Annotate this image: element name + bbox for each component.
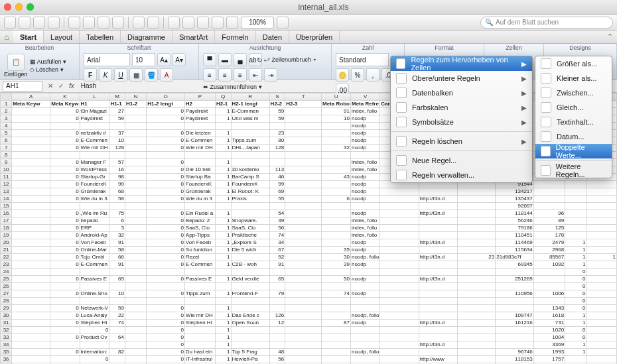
cell[interactable] xyxy=(12,174,50,181)
cell[interactable]: 46 xyxy=(269,174,285,181)
cell[interactable]: 1006 xyxy=(533,290,565,298)
fill-color-button[interactable]: 🪣 xyxy=(145,68,158,82)
cell[interactable]: 3369 xyxy=(533,341,565,349)
cell[interactable] xyxy=(457,283,496,290)
cell[interactable]: index, follo xyxy=(350,225,379,232)
column-header[interactable]: S xyxy=(269,93,285,101)
format-painter-button[interactable] xyxy=(112,17,124,29)
cell[interactable] xyxy=(125,152,146,159)
cell[interactable] xyxy=(285,108,322,115)
row-header[interactable]: 16 xyxy=(1,210,12,217)
cell[interactable]: 0 xyxy=(565,298,586,305)
cell[interactable] xyxy=(285,276,322,283)
cell[interactable]: 1 xyxy=(215,334,231,341)
cell[interactable]: 16 xyxy=(109,166,125,174)
row-header[interactable]: 10 xyxy=(1,166,12,174)
cell[interactable]: 0 xyxy=(80,356,109,363)
cell[interactable] xyxy=(285,334,322,341)
cell[interactable]: 135437 xyxy=(496,196,534,203)
cell[interactable] xyxy=(184,159,215,166)
cell[interactable]: H2-1 xyxy=(215,101,231,108)
cell[interactable]: 115634 xyxy=(496,247,534,254)
cell[interactable] xyxy=(419,283,457,290)
cell[interactable]: t3n Magazi xyxy=(80,108,109,115)
cell[interactable]: 0 xyxy=(50,174,80,181)
cell[interactable] xyxy=(125,261,146,269)
cell[interactable] xyxy=(12,320,50,327)
media-browser-button[interactable] xyxy=(212,17,224,29)
cf-menu-item[interactable]: Symbolsätze▶ xyxy=(391,115,532,129)
cell[interactable]: Manager F xyxy=(80,159,109,166)
italic-button[interactable]: K xyxy=(99,68,112,82)
cell[interactable] xyxy=(125,305,146,312)
cell[interactable] xyxy=(215,269,231,276)
cell[interactable] xyxy=(12,239,50,247)
cell[interactable]: 35 xyxy=(322,247,351,254)
cell[interactable] xyxy=(215,298,231,305)
percent-button[interactable]: % xyxy=(351,68,364,82)
column-header[interactable]: A xyxy=(12,93,50,101)
cell[interactable]: 0 xyxy=(147,166,185,174)
cell[interactable]: Die 5 wich xyxy=(231,247,269,254)
cell[interactable]: 1 xyxy=(215,210,231,217)
cell[interactable] xyxy=(12,159,50,166)
row-header[interactable]: 34 xyxy=(1,341,12,349)
cell[interactable]: 0 xyxy=(50,276,80,283)
sheet-search-input[interactable]: 🔍 Auf dem Blatt suchen xyxy=(480,17,613,29)
cell[interactable]: 1 xyxy=(215,327,231,334)
cell[interactable]: 0 xyxy=(147,305,185,312)
cell[interactable] xyxy=(285,210,322,217)
orientation-button[interactable]: ab↻ xyxy=(249,53,262,66)
cell[interactable]: Wie mir DH xyxy=(80,145,109,152)
cell[interactable] xyxy=(565,217,586,225)
cell[interactable] xyxy=(125,174,146,181)
cell[interactable] xyxy=(12,341,50,349)
highlight-rule-item[interactable]: Kleiner als... xyxy=(535,71,612,86)
cell[interactable]: 37 xyxy=(109,130,125,137)
undo-button[interactable] xyxy=(133,17,145,29)
cell[interactable]: 74 xyxy=(109,320,125,327)
cell[interactable] xyxy=(586,181,617,188)
cell[interactable] xyxy=(285,123,322,130)
cell[interactable]: 99 xyxy=(269,181,285,188)
cell[interactable] xyxy=(457,290,496,298)
cell[interactable] xyxy=(586,341,617,349)
cell[interactable]: 0 xyxy=(147,276,185,283)
cell[interactable] xyxy=(231,254,269,261)
cell[interactable] xyxy=(457,356,496,363)
cell[interactable]: Meta Keyw xyxy=(12,101,50,108)
cell[interactable]: 10 xyxy=(109,137,125,145)
row-header[interactable]: 12 xyxy=(1,181,12,188)
cell[interactable] xyxy=(533,276,565,283)
cell[interactable]: 1 xyxy=(215,290,231,298)
row-header[interactable]: 19 xyxy=(1,232,12,239)
number-format-combo[interactable]: Standard xyxy=(336,53,389,66)
cell[interactable] xyxy=(12,269,50,276)
cell[interactable]: Geld verdie xyxy=(231,276,269,283)
cell[interactable] xyxy=(457,305,496,312)
cell[interactable]: noodp xyxy=(350,261,379,269)
cell[interactable] xyxy=(125,145,146,152)
cell[interactable]: 0 xyxy=(147,137,185,145)
cell[interactable]: 1 xyxy=(215,320,231,327)
cell[interactable]: 731 xyxy=(533,320,565,327)
cell[interactable]: Wie du in 3 xyxy=(184,196,215,203)
cell[interactable] xyxy=(586,225,617,232)
cell[interactable]: 1 xyxy=(565,247,586,254)
zoom-combo[interactable]: 100% xyxy=(241,17,274,29)
cell[interactable]: Bepado: Z xyxy=(184,217,215,225)
cell[interactable] xyxy=(457,247,496,254)
cell[interactable] xyxy=(586,312,617,320)
cell[interactable] xyxy=(285,247,322,254)
cell[interactable] xyxy=(533,203,565,210)
cell[interactable] xyxy=(419,334,457,341)
cell[interactable] xyxy=(269,123,285,130)
cell[interactable] xyxy=(380,312,419,320)
cell[interactable]: Meta Keyw xyxy=(50,101,80,108)
cell[interactable]: noodp xyxy=(350,130,379,137)
cell[interactable] xyxy=(419,305,457,312)
cell[interactable]: ERP xyxy=(80,225,109,232)
cell[interactable]: FounderxK xyxy=(184,181,215,188)
cell[interactable]: 113 xyxy=(269,166,285,174)
cell[interactable] xyxy=(231,269,269,276)
